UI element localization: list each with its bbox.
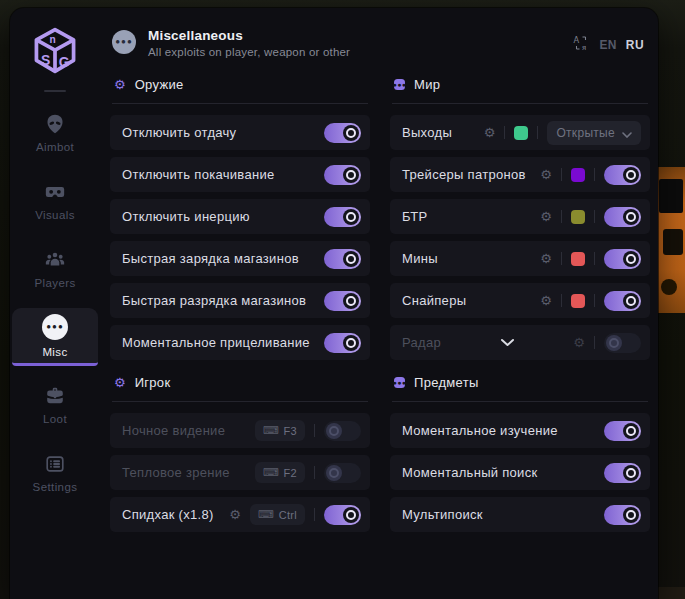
toggle-knob xyxy=(343,209,359,225)
svg-text:n: n xyxy=(49,34,55,45)
lang-en-button[interactable]: EN xyxy=(599,38,616,52)
toggle-switch[interactable] xyxy=(604,505,641,525)
hotkey-badge[interactable]: ⌨Ctrl xyxy=(250,504,305,525)
toggle-knob xyxy=(326,465,342,481)
gear-icon[interactable]: ⚙ xyxy=(540,252,552,265)
toggle-switch[interactable] xyxy=(604,333,641,353)
toggle-switch[interactable] xyxy=(604,463,641,483)
svg-text:я: я xyxy=(582,43,587,52)
section-divider xyxy=(112,401,368,402)
toggle-switch[interactable] xyxy=(324,463,361,483)
gear-icon[interactable]: ⚙ xyxy=(540,294,552,307)
toggle-switch[interactable] xyxy=(604,165,641,185)
gear-icon[interactable]: ⚙ xyxy=(540,168,552,181)
control-separator xyxy=(594,210,595,223)
feature-row: Отключить покачивание xyxy=(110,157,370,192)
translate-icon: А я xyxy=(572,34,590,56)
toggle-switch[interactable] xyxy=(324,207,361,227)
toggle-knob xyxy=(623,251,639,267)
toggle-knob xyxy=(623,167,639,183)
dropdown-select[interactable]: Открытые xyxy=(547,121,641,145)
section-title: Предметы xyxy=(414,375,479,390)
sidebar-item-loot[interactable]: Loot xyxy=(12,376,98,434)
feature-row: Тепловое зрение⌨F2 xyxy=(110,455,370,490)
sidebar-item-label: Misc xyxy=(42,346,67,358)
sidebar-item-settings[interactable]: Settings xyxy=(12,444,98,502)
toggle-switch[interactable] xyxy=(324,291,361,311)
sidebar-item-visuals[interactable]: Visuals xyxy=(12,172,98,230)
feature-row: Трейсеры патронов⚙ xyxy=(390,157,650,192)
keyboard-icon: ⌨ xyxy=(263,467,279,478)
toggle-switch[interactable] xyxy=(324,421,361,441)
control-separator xyxy=(537,126,538,139)
toggle-knob xyxy=(343,167,359,183)
gear-icon[interactable]: ⚙ xyxy=(484,126,496,139)
control-separator xyxy=(561,168,562,181)
control-separator xyxy=(314,424,315,437)
section-title: Оружие xyxy=(135,77,184,92)
section-header: ⚙Игрок xyxy=(110,370,370,394)
toggle-knob xyxy=(623,423,639,439)
toggle-switch[interactable] xyxy=(324,123,361,143)
toggle-knob xyxy=(606,335,622,351)
feature-row: Отключить инерцию xyxy=(110,199,370,234)
toggle-switch[interactable] xyxy=(324,505,361,525)
control-separator xyxy=(594,252,595,265)
control-separator xyxy=(561,210,562,223)
feature-label: Отключить инерцию xyxy=(122,209,250,224)
section-title: Игрок xyxy=(135,375,171,390)
feature-row: Мины⚙ xyxy=(390,241,650,276)
toggle-switch[interactable] xyxy=(324,333,361,353)
toggle-switch[interactable] xyxy=(604,421,641,441)
sidebar-item-label: Settings xyxy=(33,481,78,493)
feature-label: Моментальное прицеливание xyxy=(122,335,310,350)
gear-icon: ⚙ xyxy=(114,376,126,389)
feature-row: Моментальный поиск xyxy=(390,455,650,490)
page-title: Miscellaneous xyxy=(148,28,350,43)
feature-label: Снайперы xyxy=(402,293,466,308)
hotkey-badge[interactable]: ⌨F3 xyxy=(255,420,305,441)
toggle-knob xyxy=(623,465,639,481)
sidebar-item-aimbot[interactable]: Aimbot xyxy=(12,104,98,162)
chevron-down-icon xyxy=(622,124,632,142)
cheat-menu-window: S G n AimbotVisualsPlayers●●●MiscLootSet… xyxy=(10,8,658,599)
control-separator xyxy=(314,466,315,479)
gear-icon[interactable]: ⚙ xyxy=(229,508,241,521)
color-swatch[interactable] xyxy=(571,168,585,182)
toggle-switch[interactable] xyxy=(604,291,641,311)
section-title: Мир xyxy=(414,77,440,92)
keyboard-icon: ⌨ xyxy=(263,425,279,436)
sidebar-item-misc[interactable]: ●●●Misc xyxy=(12,308,98,366)
toggle-switch[interactable] xyxy=(324,165,361,185)
feature-label: Быстрая зарядка магазинов xyxy=(122,251,299,266)
control-separator xyxy=(504,126,505,139)
feature-row: БТР⚙ xyxy=(390,199,650,234)
feature-row: Моментальное изучение xyxy=(390,413,650,448)
color-swatch[interactable] xyxy=(571,252,585,266)
section-divider xyxy=(392,103,648,104)
toggle-knob xyxy=(623,507,639,523)
gear-icon[interactable]: ⚙ xyxy=(540,210,552,223)
page-subtitle: All exploits on player, weapon or other xyxy=(148,46,350,58)
lang-ru-button[interactable]: RU xyxy=(626,38,644,52)
feature-row: Моментальное прицеливание xyxy=(110,325,370,360)
sidebar-nav: AimbotVisualsPlayers●●●MiscLootSettings xyxy=(10,104,100,502)
toggle-switch[interactable] xyxy=(604,249,641,269)
toggle-switch[interactable] xyxy=(324,249,361,269)
control-separator xyxy=(314,508,315,521)
color-swatch[interactable] xyxy=(571,210,585,224)
feature-row: Выходы⚙Открытые xyxy=(390,115,650,150)
dots-square-icon: ●●● xyxy=(394,377,405,388)
gear-icon[interactable]: ⚙ xyxy=(573,336,585,349)
sidebar-item-label: Players xyxy=(34,277,75,289)
control-separator xyxy=(594,336,595,349)
feature-row: Снайперы⚙ xyxy=(390,283,650,318)
toggle-switch[interactable] xyxy=(604,207,641,227)
color-swatch[interactable] xyxy=(571,294,585,308)
chevron-down-icon[interactable] xyxy=(441,338,573,347)
briefcase-icon xyxy=(44,385,66,407)
color-swatch[interactable] xyxy=(514,126,528,140)
sidebar-item-players[interactable]: Players xyxy=(12,240,98,298)
hotkey-label: Ctrl xyxy=(279,509,297,521)
hotkey-badge[interactable]: ⌨F2 xyxy=(255,462,305,483)
